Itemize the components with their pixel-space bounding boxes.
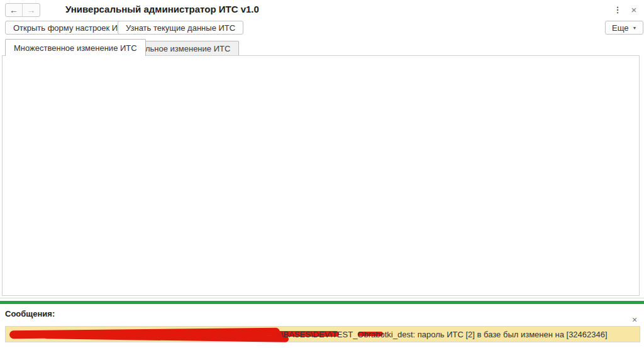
window-close-button[interactable]: × (628, 3, 640, 16)
more-label: Еще (612, 23, 628, 33)
app-window: ← → Универсальный администратор ИТС v1.0… (0, 0, 644, 348)
get-current-its-data-label: Узнать текущие данные ИТС (126, 23, 235, 33)
forward-arrow-icon: → (27, 5, 36, 15)
message-list-item[interactable]: \BASES\DEV\TEST_Obrabotki_dest: пароль И… (5, 326, 640, 342)
messages-green-bar (0, 301, 644, 304)
tab-multiple-its-change[interactable]: Множественное изменение ИТС (5, 39, 146, 56)
kebab-icon: ⋮ (614, 5, 622, 14)
back-button[interactable]: ← (6, 4, 23, 16)
close-icon: × (632, 315, 637, 325)
nav-history-group: ← → (5, 3, 40, 17)
page-title: Универсальный администратор ИТС v1.0 (65, 4, 259, 14)
kebab-menu-button[interactable]: ⋮ (611, 3, 624, 16)
tab-label: Множественное изменение ИТС (14, 43, 137, 53)
message-text: \BASES\DEV\TEST_Obrabotki_dest: пароль И… (281, 330, 608, 339)
open-its-settings-label: Открыть форму настроек ИТС (13, 23, 129, 33)
messages-close-button[interactable]: × (628, 313, 641, 326)
back-arrow-icon: ← (9, 5, 18, 15)
panel-splitter[interactable] (0, 298, 644, 298)
get-current-its-data-button[interactable]: Узнать текущие данные ИТС (118, 21, 243, 35)
close-icon: × (631, 4, 637, 15)
chevron-down-icon: ▼ (632, 26, 636, 30)
forward-button[interactable]: → (23, 4, 40, 16)
more-button[interactable]: Еще ▼ (605, 21, 643, 35)
messages-title: Сообщения: (5, 309, 55, 318)
tab-page-panel (2, 55, 640, 296)
